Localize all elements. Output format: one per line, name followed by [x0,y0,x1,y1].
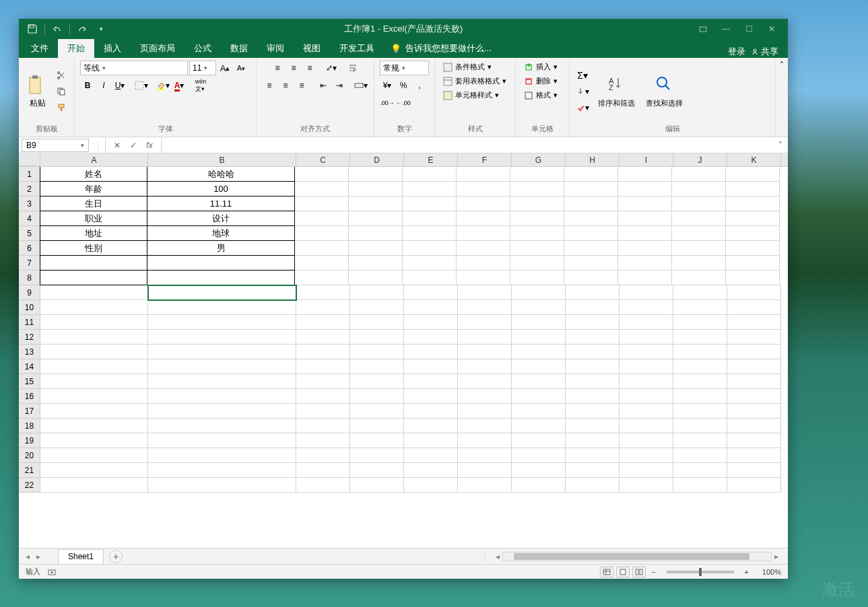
cell[interactable] [148,300,296,315]
add-sheet-icon[interactable]: + [109,550,123,563]
cell[interactable] [512,433,566,448]
cell[interactable]: 生日 [40,196,147,211]
cell[interactable] [564,182,618,197]
cell[interactable]: 100 [147,181,295,197]
cell[interactable] [403,211,457,226]
cell[interactable] [564,167,618,182]
cell[interactable] [40,419,148,433]
cell[interactable] [726,226,780,241]
cell[interactable] [403,256,457,271]
cell[interactable] [620,315,673,330]
cell[interactable] [296,374,350,389]
cell[interactable] [350,419,404,433]
cell[interactable] [726,197,780,211]
sheet-tab-active[interactable]: Sheet1 [58,549,104,563]
cell[interactable] [566,448,620,463]
cell[interactable] [512,315,566,330]
cell[interactable] [620,448,673,463]
cell[interactable] [727,419,781,433]
cell[interactable] [457,211,510,226]
cell[interactable] [727,448,781,463]
share-button[interactable]: 共享 [751,46,778,58]
cell[interactable] [672,182,726,197]
cell[interactable] [672,271,726,285]
cell[interactable] [350,448,404,463]
cell[interactable] [620,463,673,478]
cell[interactable]: 地址 [40,225,147,241]
cell[interactable] [726,211,780,226]
cell[interactable] [350,478,404,493]
cell[interactable] [40,270,147,285]
cell[interactable] [349,256,403,271]
cell[interactable] [404,330,458,345]
hscroll-left-icon[interactable]: ◂ [493,552,502,561]
align-top-icon[interactable]: ≡ [270,61,285,75]
zoom-in-icon[interactable]: + [742,568,752,576]
cell[interactable] [349,211,403,226]
redo-icon[interactable] [74,21,90,37]
cell[interactable] [404,419,458,433]
comma-icon[interactable]: , [412,78,427,93]
italic-icon[interactable]: I [96,78,111,93]
cell[interactable] [148,330,296,345]
decrease-decimal-icon[interactable]: ←.00 [396,96,411,110]
row-header[interactable]: 15 [19,374,40,389]
cell[interactable] [403,182,457,197]
cell[interactable] [296,359,350,374]
cell[interactable] [458,330,512,345]
cell[interactable] [404,463,458,478]
cell[interactable] [457,241,510,256]
border-icon[interactable]: ▾ [134,78,149,93]
cell[interactable] [618,256,672,271]
cell[interactable] [350,330,404,345]
cell[interactable] [147,255,295,271]
fx-icon[interactable]: fx [142,139,157,152]
cell[interactable] [148,345,296,359]
cell[interactable] [510,197,564,211]
cell[interactable] [566,315,620,330]
enter-icon[interactable]: ✓ [126,139,141,152]
cell[interactable] [566,433,620,448]
cell[interactable] [510,256,564,271]
cell[interactable] [726,271,780,285]
cell[interactable] [458,285,512,300]
horizontal-scrollbar[interactable] [502,552,772,561]
cell[interactable] [512,330,566,345]
tab-home[interactable]: 开始 [58,39,94,58]
cell[interactable] [727,315,781,330]
tab-data[interactable]: 数据 [221,39,257,58]
cell[interactable] [512,463,566,478]
cell[interactable] [458,404,512,419]
cell[interactable]: 哈哈哈 [147,167,295,182]
cell[interactable] [350,300,404,315]
cell[interactable] [296,404,350,419]
select-all-corner[interactable] [19,153,40,166]
cell[interactable] [404,478,458,493]
row-header[interactable]: 7 [19,256,40,271]
cell[interactable] [512,345,566,359]
cell[interactable] [404,300,458,315]
cell[interactable] [349,241,403,256]
ribbon-options-icon[interactable] [692,21,714,37]
conditional-format-button[interactable]: 条件格式▾ [440,61,494,73]
cell[interactable] [564,241,618,256]
cell[interactable] [727,433,781,448]
cell[interactable] [512,404,566,419]
cell[interactable] [148,404,296,419]
format-painter-icon[interactable] [54,100,69,115]
cell[interactable] [148,285,296,300]
cell[interactable] [40,255,147,271]
cell[interactable] [510,167,564,182]
cell[interactable] [458,419,512,433]
cancel-icon[interactable]: ✕ [110,139,125,152]
column-header[interactable]: F [458,153,512,166]
cell[interactable] [673,359,727,374]
tab-review[interactable]: 审阅 [257,39,294,58]
align-bottom-icon[interactable]: ≡ [302,61,317,75]
cell[interactable] [40,463,148,478]
cell[interactable] [673,330,727,345]
cell[interactable] [350,345,404,359]
row-header[interactable]: 9 [19,285,40,300]
column-header[interactable]: B [148,153,296,166]
cell[interactable] [726,256,780,271]
